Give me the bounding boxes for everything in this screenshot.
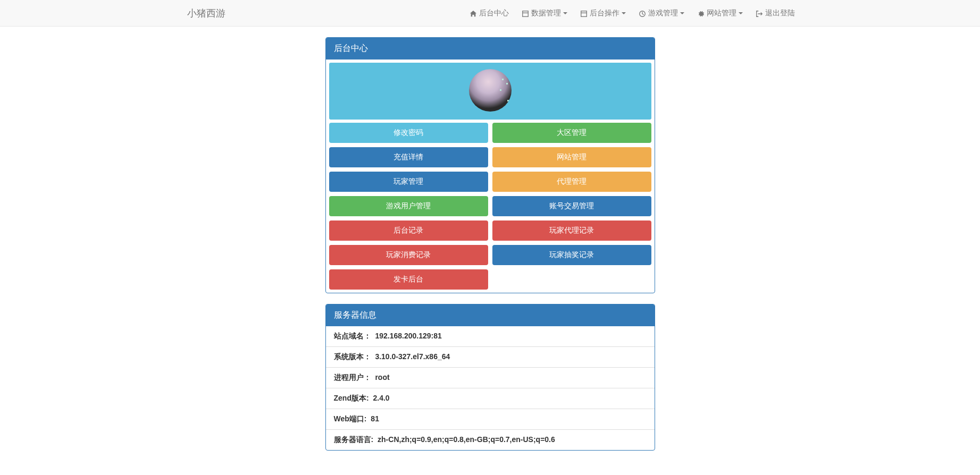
server-info-list: 站点域名： 192.168.200.129:81 系统版本： 3.10.0-32… — [326, 326, 655, 450]
change-password-button[interactable]: 修改密码 — [329, 123, 488, 143]
caret-icon — [739, 12, 743, 14]
svg-rect-0 — [522, 11, 528, 16]
card-backend-button[interactable]: 发卡后台 — [329, 269, 488, 290]
server-user-row: 进程用户： root — [326, 368, 655, 388]
caret-icon — [622, 12, 626, 14]
panel-server-info: 服务器信息 站点域名： 192.168.200.129:81 系统版本： 3.1… — [325, 304, 655, 451]
gear-icon — [697, 9, 705, 17]
nav-site[interactable]: 网站管理 — [691, 0, 749, 27]
server-user-label: 进程用户： — [334, 373, 371, 381]
nav-ops-label: 后台操作 — [590, 9, 619, 18]
server-zend-label: Zend版本: — [334, 394, 369, 402]
server-zend-row: Zend版本: 2.4.0 — [326, 388, 655, 409]
player-manage-button[interactable]: 玩家管理 — [329, 172, 488, 192]
avatar — [469, 69, 512, 112]
server-sys-label: 系统版本： — [334, 352, 371, 361]
caret-icon — [680, 12, 684, 14]
server-domain-row: 站点域名： 192.168.200.129:81 — [326, 326, 655, 347]
nav-data-label: 数据管理 — [531, 9, 561, 18]
caret-icon — [563, 12, 567, 14]
recharge-detail-button[interactable]: 充值详情 — [329, 147, 488, 167]
nav-logout-label: 退出登陆 — [765, 9, 795, 18]
nav-right: 后台中心 数据管理 后台操作 游戏管理 — [463, 0, 801, 27]
server-lang-row: 服务器语言: zh-CN,zh;q=0.9,en;q=0.8,en-GB;q=0… — [326, 430, 655, 450]
brand[interactable]: 小猪西游 — [179, 7, 233, 20]
player-lottery-log-button[interactable]: 玩家抽奖记录 — [492, 245, 651, 265]
navbar: 小猪西游 后台中心 数据管理 后台操作 — [0, 0, 980, 27]
button-grid: 修改密码 大区管理 充值详情 网站管理 玩家管理 代理管理 游戏用户管理 账号交… — [329, 123, 651, 290]
server-port-value: 81 — [371, 414, 379, 423]
player-spend-log-button[interactable]: 玩家消费记录 — [329, 245, 488, 265]
panel-dashboard-title: 后台中心 — [326, 38, 655, 60]
site-manage-button[interactable]: 网站管理 — [492, 147, 651, 167]
nav-data[interactable]: 数据管理 — [515, 0, 574, 27]
account-trade-manage-button[interactable]: 账号交易管理 — [492, 196, 651, 216]
nav-game-label: 游戏管理 — [648, 9, 678, 18]
nav-ops[interactable]: 后台操作 — [574, 0, 632, 27]
server-port-label: Web端口: — [334, 414, 367, 423]
agent-manage-button[interactable]: 代理管理 — [492, 172, 651, 192]
nav-site-label: 网站管理 — [707, 9, 736, 18]
server-domain-value: 192.168.200.129:81 — [375, 332, 441, 340]
window-icon — [580, 9, 588, 17]
nav-home-label: 后台中心 — [479, 9, 509, 18]
server-zend-value: 2.4.0 — [373, 394, 390, 402]
server-lang-label: 服务器语言: — [334, 435, 374, 444]
panel-dashboard-body: 修改密码 大区管理 充值详情 网站管理 玩家管理 代理管理 游戏用户管理 账号交… — [326, 60, 655, 293]
nav-home[interactable]: 后台中心 — [463, 0, 515, 27]
avatar-row — [329, 63, 651, 120]
backend-log-button[interactable]: 后台记录 — [329, 220, 488, 241]
player-agent-log-button[interactable]: 玩家代理记录 — [492, 220, 651, 241]
nav-game[interactable]: 游戏管理 — [632, 0, 691, 27]
panel-server-title: 服务器信息 — [326, 304, 655, 326]
nav-logout[interactable]: 退出登陆 — [749, 0, 801, 27]
home-icon — [470, 9, 477, 17]
svg-rect-2 — [581, 11, 587, 16]
server-lang-value: zh-CN,zh;q=0.9,en;q=0.8,en-GB;q=0.7,en-U… — [378, 435, 555, 444]
server-user-value: root — [375, 373, 389, 381]
server-icon — [522, 9, 529, 17]
server-domain-label: 站点域名： — [334, 332, 371, 340]
server-sys-row: 系统版本： 3.10.0-327.el7.x86_64 — [326, 347, 655, 368]
logout-icon — [756, 9, 763, 17]
zone-manage-button[interactable]: 大区管理 — [492, 123, 651, 143]
main-container: 后台中心 修改密码 大区管理 充值详情 网站管理 玩家管理 代理管理 游戏用户管… — [325, 37, 655, 451]
game-user-manage-button[interactable]: 游戏用户管理 — [329, 196, 488, 216]
server-sys-value: 3.10.0-327.el7.x86_64 — [375, 352, 450, 361]
server-port-row: Web端口: 81 — [326, 409, 655, 430]
panel-dashboard: 后台中心 修改密码 大区管理 充值详情 网站管理 玩家管理 代理管理 游戏用户管… — [325, 37, 655, 293]
clock-icon — [639, 9, 646, 17]
